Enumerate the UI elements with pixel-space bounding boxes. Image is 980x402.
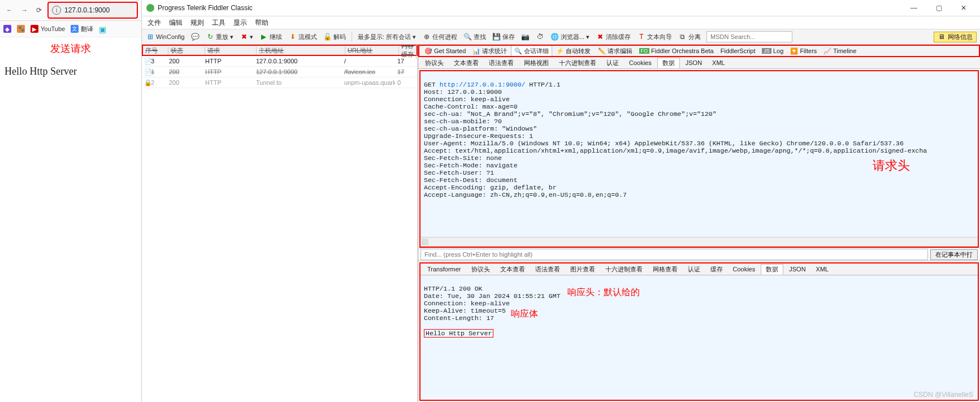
inspector-tab[interactable]: 🔽 Filters [787,46,819,56]
menu-view[interactable]: 显示 [233,18,247,28]
bookmark-item[interactable]: ▣ [99,25,107,33]
request-raw-text[interactable]: GET http://127.0.0.1:9000/ HTTP/1.1 Host… [420,71,978,237]
replay-button[interactable]: ↻重放▾ [205,33,235,41]
network-info-button[interactable]: 🖥网络信息 [934,32,977,42]
back-button[interactable]: ← [3,4,16,16]
response-view-tab[interactable]: XML [812,265,834,273]
menu-tools[interactable]: 工具 [212,18,226,28]
go-button[interactable]: ▶继续 [259,33,283,41]
request-view-tab[interactable]: 文本查看 [449,58,483,68]
response-view-tab[interactable]: 图片查看 [566,265,600,274]
inspector-tab[interactable]: FO Fiddler Orchestra Beta [636,46,717,56]
msdn-search[interactable] [706,31,792,42]
request-view-tabs: 协议头文本查看语法查看网格视图十六进制查看认证Cookies数据JSONXML [418,57,980,69]
response-view-tab[interactable]: 文本查看 [496,265,530,274]
dropdown-icon: ▾ [250,33,253,41]
textwizard-button[interactable]: T文本向导 [636,33,673,41]
page-content: Hello Http Server [0,60,141,83]
find-input[interactable] [420,249,928,260]
request-url-link[interactable]: http://127.0.0.1:9000/ [440,81,526,88]
timer-icon: ⏱ [536,33,544,41]
response-view-tab[interactable]: 缓存 [706,265,727,274]
inspector-tab[interactable]: 🔍 会话详细 [511,45,552,57]
fiddler-window: Progress Telerik Fiddler Classic — ▢ ✕ 文… [142,0,980,402]
bookmark-youtube[interactable]: ▶YouTube [31,25,65,33]
inspector-tab[interactable]: ⚡ 自动转发 [553,46,593,56]
reload-button[interactable]: ⟳ [33,4,45,16]
dropdown-icon: ▾ [230,33,233,41]
response-pane: Transformer协议头文本查看语法查看图片查看十六进制查看网格查看认证缓存… [419,262,979,401]
diamond-icon: ◆ [3,25,11,33]
bookmark-item[interactable]: 🐾 [17,25,25,33]
request-view-tab[interactable]: 数据 [657,58,680,68]
menu-edit[interactable]: 编辑 [169,18,183,28]
stream-button[interactable]: ⬇流模式 [288,33,318,41]
notepad-button[interactable]: 在记事本中打 [930,249,978,260]
menu-help[interactable]: 帮助 [255,18,268,28]
request-view-tab[interactable]: Cookies [625,59,656,67]
sessions-header: 序号 状态 请求 主机地址 URL地址 内容 缓存 [142,45,418,56]
find-icon: 🔍 [464,33,472,41]
col-url[interactable]: URL地址 [345,46,399,55]
comment-button[interactable]: 💬 [190,33,201,41]
request-view-tab[interactable]: XML [708,59,730,67]
bookmark-item[interactable]: ◆ [3,25,11,33]
response-raw-text[interactable]: HTTP/1.1 200 OK Date: Tue, 30 Jan 2024 0… [420,275,978,400]
session-row[interactable]: 📄3200HTTP127.0.0.1:9000/17 [142,56,418,67]
winconfig-button[interactable]: ⊞WinConfig [145,33,186,41]
response-view-tab[interactable]: Transformer [423,265,466,273]
response-view-tab[interactable]: 认证 [683,265,705,274]
response-view-tab[interactable]: 语法查看 [531,265,565,274]
forward-button[interactable]: → [18,4,31,16]
session-row[interactable]: 🔒2200HTTPTunnel tounpm-upaas.quark.cn:44… [142,77,418,88]
clearcache-button[interactable]: ✖清除缓存 [595,33,632,41]
timer-button[interactable]: ⏱ [535,33,545,41]
response-view-tab[interactable]: 协议头 [467,265,495,274]
inspector-tab[interactable]: 📈 Timeline [821,46,859,56]
request-view-tab[interactable]: 协议头 [420,58,448,68]
save-button[interactable]: 💾保存 [492,33,516,41]
bookmark-translate[interactable]: 文翻译 [71,25,93,33]
maximize-button[interactable]: ▢ [927,1,951,15]
decode-button[interactable]: 🔓解码 [323,33,347,41]
response-view-tab[interactable]: 数据 [761,264,783,275]
col-number[interactable]: 序号 [143,46,168,55]
close-button[interactable]: ✕ [952,1,975,15]
remove-button[interactable]: ✖▾ [239,33,254,41]
sessions-list[interactable]: 📄3200HTTP127.0.0.1:9000/17📄1200HTTP127.0… [142,56,418,402]
session-row[interactable]: 📄1200HTTP127.0.0.1:9000/favicon.ico17 [142,67,418,77]
inspector-tab[interactable]: 📊 请求统计 [470,46,510,56]
inspector-tabs: 🎯 Get Started📊 请求统计🔍 会话详细⚡ 自动转发✏️ 请求编辑FO… [418,45,980,57]
col-host[interactable]: 主机地址 [257,46,345,55]
inspector-tab[interactable]: FiddlerScript [718,46,758,56]
find-button[interactable]: 🔍查找 [463,33,487,41]
horizontal-scrollbar[interactable] [420,237,978,247]
inspector-tab[interactable]: 🎯 Get Started [422,46,469,56]
process-button[interactable]: ⊕任何进程 [422,33,458,41]
annotation-response-headers: 响应头：默认给的 [567,287,640,299]
replay-icon: ↻ [206,33,214,41]
browser-button[interactable]: 🌐浏览器...▾ [550,33,591,41]
tearoff-button[interactable]: ⧉分离 [678,33,702,41]
response-view-tab[interactable]: 网格查看 [648,265,682,274]
url-text: 127.0.0.1:9000 [64,6,110,14]
request-view-tab[interactable]: JSON [681,59,706,67]
minimize-button[interactable]: — [902,1,926,15]
request-view-tab[interactable]: 十六进制查看 [554,58,601,68]
response-view-tab[interactable]: JSON [784,265,810,273]
inspector-tab[interactable]: ✏️ 请求编辑 [595,46,635,56]
response-view-tab[interactable]: 十六进制查看 [601,265,647,274]
inspector-tab[interactable]: JS Log [759,46,786,56]
paw-icon: 🐾 [17,25,25,33]
request-view-tab[interactable]: 认证 [602,58,623,68]
response-view-tab[interactable]: Cookies [729,265,760,273]
screenshot-button[interactable]: 📷 [521,33,531,41]
url-bar[interactable]: i 127.0.0.1:9000 [47,2,138,19]
col-status[interactable]: 状态 [168,46,205,55]
menu-file[interactable]: 文件 [148,18,161,28]
request-view-tab[interactable]: 语法查看 [484,58,518,68]
col-protocol[interactable]: 请求 [205,46,257,55]
response-view-tabs: Transformer协议头文本查看语法查看图片查看十六进制查看网格查看认证缓存… [420,263,978,275]
menu-rules[interactable]: 规则 [190,18,204,28]
request-view-tab[interactable]: 网格视图 [519,58,553,68]
